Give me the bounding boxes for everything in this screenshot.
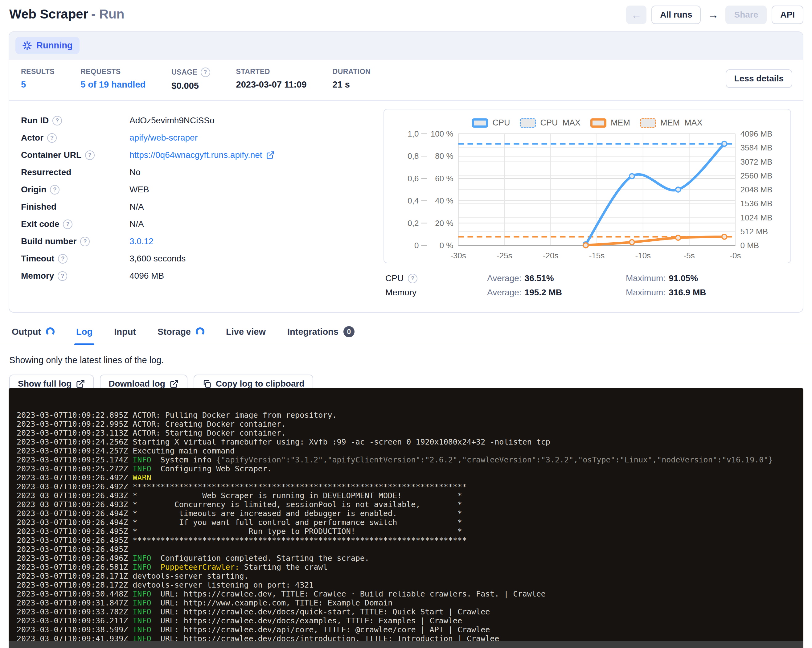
log-line: 2023-03-07T10:09:30.448Z INFO URL: https… <box>17 589 803 598</box>
stat-label: RESULTS <box>21 67 55 76</box>
svg-text:1,0: 1,0 <box>408 129 419 139</box>
status-badge: Running <box>15 37 79 54</box>
svg-text:-30s: -30s <box>450 251 466 260</box>
log-line: 2023-03-07T10:09:22.995Z ACTOR: Creating… <box>17 419 803 428</box>
chart-point <box>676 235 681 240</box>
help-icon[interactable]: ? <box>63 220 72 229</box>
next-run-button[interactable]: → <box>706 6 720 24</box>
console-horizontal-scrollbar[interactable] <box>9 641 803 648</box>
log-line: 2023-03-07T10:09:25.272Z INFO Configurin… <box>17 464 803 473</box>
button-label: Copy log to clipboard <box>216 379 305 389</box>
previous-run-button[interactable]: ← <box>626 6 646 24</box>
top-actions: ← All runs → Share API <box>626 6 803 24</box>
average-value: 36.51% <box>525 273 554 283</box>
loading-spinner-icon <box>196 328 205 336</box>
svg-text:2048 MB: 2048 MB <box>740 185 772 194</box>
api-button[interactable]: API <box>772 6 803 24</box>
log-line: 2023-03-07T10:09:26.496Z INFO Configurat… <box>17 553 803 563</box>
help-icon[interactable]: ? <box>201 67 210 77</box>
log-line: 2023-03-07T10:09:33.782Z INFO URL: https… <box>17 607 803 616</box>
detail-row: FinishedN/A <box>21 198 369 215</box>
detail-row: Build number?3.0.12 <box>21 233 369 250</box>
requests-value[interactable]: 5 of 19 handled <box>81 79 145 90</box>
detail-value: 4096 MB <box>130 271 164 281</box>
detail-value-link[interactable]: 3.0.12 <box>130 236 154 246</box>
tab-output[interactable]: Output <box>10 323 56 345</box>
svg-text:1536 MB: 1536 MB <box>740 199 772 208</box>
svg-text:-15s: -15s <box>589 251 605 260</box>
svg-text:4096 MB: 4096 MB <box>740 129 772 139</box>
external-link-icon <box>266 151 275 159</box>
tab-storage[interactable]: Storage <box>156 323 206 345</box>
button-label: Download log <box>108 379 165 389</box>
actor-name: Web Scraper <box>9 7 88 21</box>
all-runs-button[interactable]: All runs <box>652 6 701 24</box>
svg-text:100 %: 100 % <box>430 129 453 139</box>
detail-label: Origin? <box>21 184 130 195</box>
run-detail-page: Web Scraper- Run ← All runs → Share API <box>0 0 812 648</box>
maximum-value: 91.05% <box>669 273 698 283</box>
tab-input[interactable]: Input <box>112 323 138 345</box>
chart-legend: CPUCPU_MAXMEMMEM_MAX <box>388 118 787 128</box>
share-button[interactable]: Share <box>725 6 767 24</box>
stat-results: RESULTS 5 <box>21 67 55 91</box>
detail-row: Container URL?https://0q64wnacgyft.runs.… <box>21 146 369 164</box>
log-console: 2023-03-07T10:09:22.895Z ACTOR: Pulling … <box>9 388 803 648</box>
run-details-section: Run ID?AdOz5evimh9NCiSSoActor?apify/web-… <box>9 101 803 312</box>
help-icon[interactable]: ? <box>58 254 67 264</box>
usage-chart-card: CPUCPU_MAXMEMMEM_MAX 1,00,80,60,40,20100… <box>383 109 791 263</box>
stats-row: RESULTS 5 REQUESTS 5 of 19 handled USAGE… <box>9 59 803 101</box>
average-value: 195.2 MB <box>525 288 562 297</box>
help-icon[interactable]: ? <box>408 274 417 283</box>
detail-value-link[interactable]: apify/web-scraper <box>130 133 198 143</box>
svg-text:0,4: 0,4 <box>408 196 419 205</box>
log-line: 2023-03-07T10:09:24.256Z Starting X virt… <box>17 438 803 447</box>
detail-value-link[interactable]: https://0q64wnacgyft.runs.apify.net <box>130 150 275 160</box>
stat-label: REQUESTS <box>81 67 145 76</box>
svg-text:-10s: -10s <box>635 251 651 260</box>
usage-summary-row: MemoryAverage:195.2 MBMaximum:316.9 MB <box>385 285 789 300</box>
detail-label: Exit code? <box>21 219 130 229</box>
forward-arrow-icon: → <box>708 8 719 21</box>
chart-column: CPUCPU_MAXMEMMEM_MAX 1,00,80,60,40,20100… <box>383 109 791 300</box>
stat-requests: REQUESTS 5 of 19 handled <box>81 67 145 91</box>
detail-label: Timeout? <box>21 254 130 264</box>
log-line: 2023-03-07T10:09:22.895Z ACTOR: Pulling … <box>17 411 803 419</box>
tab-log[interactable]: Log <box>74 323 94 345</box>
results-value[interactable]: 5 <box>21 79 55 90</box>
tab-live-view[interactable]: Live view <box>224 323 267 345</box>
detail-row: ResurrectedNo <box>21 164 369 181</box>
svg-text:2560 MB: 2560 MB <box>740 171 772 180</box>
less-details-button[interactable]: Less details <box>726 69 792 88</box>
svg-text:0 %: 0 % <box>440 241 453 250</box>
legend-swatch <box>520 118 536 128</box>
detail-value: N/A <box>130 202 144 212</box>
status-label: Running <box>37 40 73 50</box>
help-icon[interactable]: ? <box>85 151 95 160</box>
maximum-label: Maximum: <box>626 273 665 283</box>
external-link-icon <box>76 379 85 389</box>
loading-spinner-icon <box>46 328 55 336</box>
stat-label: USAGE <box>171 68 197 76</box>
chart-point <box>629 174 635 179</box>
detail-value: WEB <box>130 184 149 195</box>
detail-label: Container URL? <box>21 150 130 160</box>
help-icon[interactable]: ? <box>47 133 57 143</box>
log-line: 2023-03-07T10:09:26.581Z INFO PuppeteerC… <box>17 563 803 572</box>
svg-text:-20s: -20s <box>543 251 559 260</box>
svg-text:80 %: 80 % <box>435 151 453 161</box>
log-notice: Showing only the latest lines of the log… <box>9 355 803 365</box>
stat-label: DURATION <box>333 67 371 76</box>
started-value: 2023-03-07 11:09 <box>236 79 307 90</box>
log-line: 2023-03-07T10:09:36.211Z INFO URL: https… <box>17 616 803 625</box>
help-icon[interactable]: ? <box>52 116 62 125</box>
legend-item-cpu: CPU <box>472 118 510 128</box>
log-line: 2023-03-07T10:09:26.494Z * If you want f… <box>17 518 803 527</box>
svg-text:60 %: 60 % <box>435 174 453 183</box>
tab-integrations[interactable]: Integrations0 <box>285 323 356 345</box>
usage-value: $0.005 <box>171 81 210 91</box>
help-icon[interactable]: ? <box>80 237 90 246</box>
stat-label: STARTED <box>236 67 307 76</box>
help-icon[interactable]: ? <box>50 185 60 195</box>
help-icon[interactable]: ? <box>58 271 67 281</box>
